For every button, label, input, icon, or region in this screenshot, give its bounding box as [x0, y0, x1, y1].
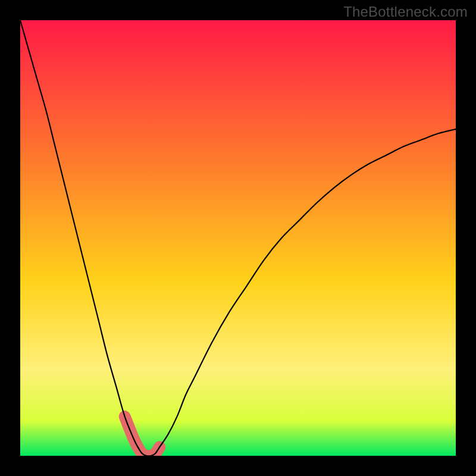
plot-svg [20, 20, 456, 456]
watermark-text: TheBottleneck.com [343, 4, 468, 20]
plot-area [20, 20, 456, 456]
outer-frame: TheBottleneck.com [0, 0, 476, 476]
gradient-background [20, 20, 456, 456]
